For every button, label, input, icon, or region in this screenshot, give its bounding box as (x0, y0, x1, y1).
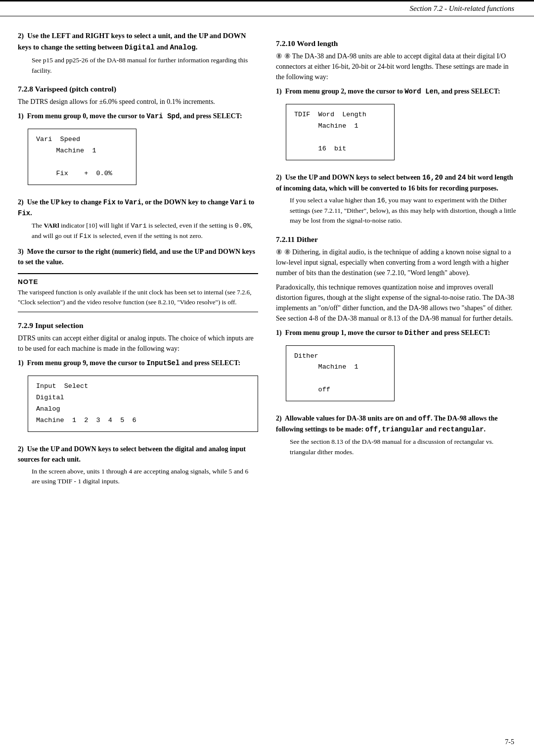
item-728-3: 3) Move the cursor to the right (numeric… (18, 246, 258, 267)
item-729-2: 2) Use the UP and DOWN keys to select be… (18, 444, 258, 487)
note-box: NOTE The varispeed function is only avai… (18, 273, 258, 312)
note-text: The varispeed function is only available… (18, 287, 258, 307)
item-728-1-label: 1) From menu group 0, move the cursor to… (18, 111, 258, 122)
item-7210-1: 1) From menu group 2, move the cursor to… (276, 86, 516, 167)
section-728-heading: 7.2.8 Varispeed (pitch control) (18, 85, 258, 94)
top-intro-item: 2) Use the LEFT and RIGHT keys to select… (18, 30, 258, 76)
note-label: NOTE (18, 278, 258, 285)
section-7210-heading: 7.2.10 Word length (276, 39, 516, 48)
section-728: 7.2.8 Varispeed (pitch control) The DTRS… (18, 85, 258, 312)
section-729: 7.2.9 Input selection DTRS units can acc… (18, 321, 258, 486)
item-7211-1-label: 1) From menu group 1, move the cursor to… (276, 328, 516, 338)
page: Section 7.2 - Unit-related functions 2) … (0, 0, 534, 756)
section-7211-heading: 7.2.11 Dither (276, 235, 516, 244)
item-729-1-label: 1) From menu group 9, move the cursor to… (18, 358, 258, 369)
left-column: 2) Use the LEFT and RIGHT keys to select… (18, 30, 258, 491)
item-7210-2-label: 2) Use the UP and DOWN keys to select be… (276, 172, 516, 193)
item-7211-2: 2) Allowable values for DA-38 units are … (276, 413, 516, 457)
item-729-2-indent: In the screen above, units 1 through 4 a… (18, 467, 258, 487)
section-729-intro: DTRS units can accept either digital or … (18, 333, 258, 354)
top-item-indent: See p15 and pp25-26 of the DA-88 manual … (18, 55, 258, 76)
section-7211-intro1: ⑧ ⑧ Dithering, in digital audio, is the … (276, 247, 516, 278)
item-728-2-label: 2) Use the UP key to change Fix to Vari,… (18, 197, 258, 219)
section-7210: 7.2.10 Word length ⑧ ⑧ The DA-38 and DA-… (276, 39, 516, 226)
item-7210-2-indent: If you select a value higher than 16, yo… (276, 195, 516, 226)
right-column: 7.2.10 Word length ⑧ ⑧ The DA-38 and DA-… (276, 30, 516, 491)
header-title: Section 7.2 - Unit-related functions (410, 4, 515, 12)
item-729-1: 1) From menu group 9, move the cursor to… (18, 358, 258, 439)
section-729-heading: 7.2.9 Input selection (18, 321, 258, 330)
section-7210-intro: ⑧ ⑧ The DA-38 and DA-98 units are able t… (276, 51, 516, 82)
top-item-label: 2) Use the LEFT and RIGHT keys to select… (18, 30, 258, 53)
item-728-2: 2) Use the UP key to change Fix to Vari,… (18, 197, 258, 242)
mono-box-7210: TDIF Word Length Machine 1 16 bit (286, 104, 395, 160)
page-number: 7-5 (505, 738, 514, 746)
item-729-2-label: 2) Use the UP and DOWN keys to select be… (18, 444, 258, 465)
section-7211-intro2: Paradoxically, this technique removes qu… (276, 282, 516, 324)
page-header: Section 7.2 - Unit-related functions (0, 0, 534, 16)
item-7211-2-label: 2) Allowable values for DA-38 units are … (276, 413, 516, 435)
page-footer: 7-5 (505, 738, 514, 746)
item-7211-2-indent: See the section 8.13 of the DA-98 manual… (276, 437, 516, 457)
item-728-1: 1) From menu group 0, move the cursor to… (18, 111, 258, 192)
item-728-2-indent: The VARl indicator [10] will light if Va… (18, 221, 258, 242)
mono-box-7211: Dither Machine 1 off (286, 345, 395, 402)
section-728-intro: The DTRS design allows for ±6.0% speed c… (18, 96, 258, 107)
item-7210-1-label: 1) From menu group 2, move the cursor to… (276, 86, 516, 97)
mono-box-728: Vari Speed Machine 1 Fix + 0.0% (28, 129, 136, 185)
section-7211: 7.2.11 Dither ⑧ ⑧ Dithering, in digital … (276, 235, 516, 457)
item-7210-2: 2) Use the UP and DOWN keys to select be… (276, 172, 516, 226)
item-7211-1: 1) From menu group 1, move the cursor to… (276, 328, 516, 409)
item-728-3-label: 3) Move the cursor to the right (numeric… (18, 246, 258, 267)
mono-box-729: Input Select Digital Analog Machine 1 2 … (28, 376, 258, 432)
main-content: 2) Use the LEFT and RIGHT keys to select… (0, 30, 534, 491)
